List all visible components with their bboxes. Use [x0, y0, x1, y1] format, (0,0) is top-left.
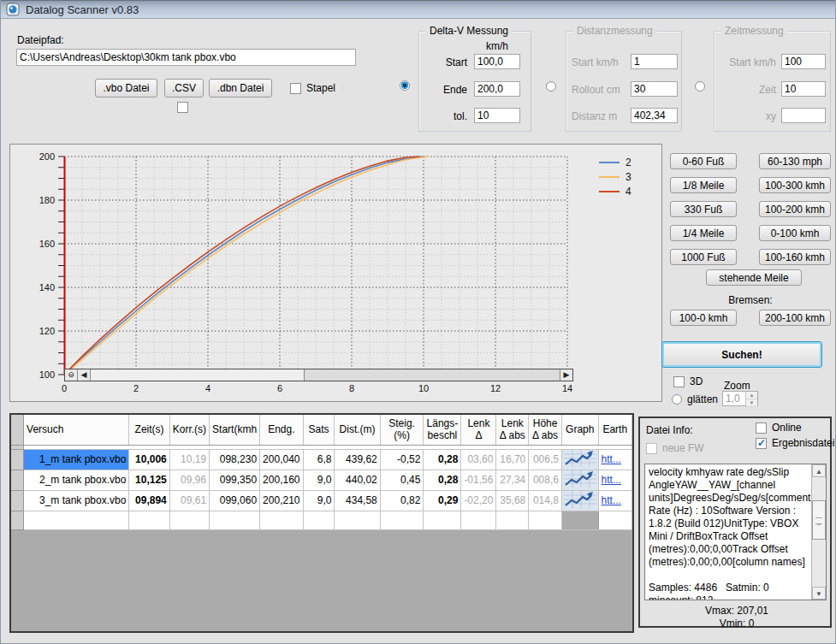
distanz-distanz-input[interactable] — [631, 108, 678, 123]
glaetten-radio[interactable] — [672, 394, 682, 405]
empty-cell[interactable] — [598, 511, 631, 529]
column-header-graph[interactable]: Graph — [561, 415, 598, 445]
ergebnisdatei-checkbox[interactable] — [756, 438, 767, 449]
cell-zeit[interactable]: 09,894 — [129, 490, 169, 511]
spinner-up-icon[interactable]: ▲ — [746, 392, 757, 399]
column-header-korr[interactable]: Korr.(s) — [169, 415, 209, 445]
column-header-lenk_abs[interactable]: Lenk Δ abs — [496, 415, 529, 445]
deltav-mode-radio[interactable] — [400, 80, 410, 91]
cell-versuch[interactable]: 2_m tank pbox.vbo — [24, 470, 129, 490]
cell-sats[interactable]: 9,0 — [303, 490, 335, 511]
three-d-checkbox[interactable] — [673, 376, 685, 387]
suchen-button[interactable]: Suchen! — [661, 341, 822, 368]
csv-button[interactable]: .CSV — [164, 79, 204, 97]
earth-link[interactable]: htt... — [598, 490, 631, 511]
row-header[interactable] — [11, 511, 24, 529]
cell-laengs[interactable]: 0,28 — [424, 470, 461, 490]
vbo-file-button[interactable]: .vbo Datei — [95, 79, 157, 97]
online-checkbox[interactable] — [756, 422, 767, 434]
zeit-zeit-input[interactable] — [781, 81, 826, 97]
deltav-tol-input[interactable] — [474, 108, 520, 123]
column-header-earth[interactable]: Earth — [598, 415, 631, 445]
cell-dist[interactable]: 440,02 — [335, 470, 380, 490]
column-header-start[interactable]: Start(kmh — [210, 415, 260, 445]
cell-laengs[interactable]: 0,28 — [424, 449, 461, 470]
empty-cell[interactable] — [529, 511, 562, 529]
zeit-xy-input[interactable] — [781, 108, 826, 123]
csv-option-checkbox[interactable] — [177, 102, 188, 113]
graph-icon[interactable] — [561, 490, 598, 511]
empty-cell[interactable] — [424, 511, 461, 529]
file-info-textbox[interactable]: velocity kmhyaw rate deg/sSlip AngleYAW_… — [644, 464, 827, 600]
scroll-down-icon[interactable]: ▼ — [812, 587, 826, 600]
cell-dist[interactable]: 434,58 — [335, 490, 380, 511]
cell-sats[interactable]: 6,8 — [303, 449, 335, 470]
file-info-scrollbar-thumb[interactable] — [812, 500, 826, 540]
distanz-mode-radio[interactable] — [546, 81, 556, 92]
cell-steig[interactable]: -0,52 — [380, 449, 424, 470]
earth-link-text[interactable]: htt... — [602, 453, 621, 465]
empty-cell[interactable] — [380, 511, 424, 529]
empty-cell[interactable] — [24, 511, 129, 529]
distanz-start-input[interactable] — [631, 54, 678, 69]
graph-icon[interactable] — [561, 449, 598, 470]
speed-button-100-300-kmh[interactable]: 100-300 kmh — [759, 177, 831, 193]
column-header-versuch[interactable]: Versuch — [24, 415, 129, 445]
cell-lenk_abs[interactable]: 35,68 — [496, 490, 529, 511]
cell-versuch[interactable]: 3_m tank pbox.vbo — [24, 490, 129, 511]
cell-hoehe_abs[interactable]: 014,8 — [529, 490, 562, 511]
cell-sats[interactable]: 9,0 — [303, 470, 335, 490]
row-header[interactable] — [11, 449, 24, 470]
cell-lenk[interactable]: -01,56 — [461, 470, 496, 490]
cell-steig[interactable]: 0,45 — [380, 470, 424, 490]
zeit-mode-radio[interactable] — [695, 81, 705, 92]
stapel-checkbox[interactable] — [290, 83, 301, 94]
chart-scrollbar-thumb[interactable] — [91, 369, 305, 381]
cell-zeit[interactable]: 10,006 — [129, 449, 169, 470]
earth-link[interactable]: htt... — [598, 470, 631, 490]
column-header-sats[interactable]: Sats — [303, 415, 335, 445]
column-header-lenk[interactable]: Lenk Δ — [461, 415, 496, 445]
deltav-ende-input[interactable] — [474, 81, 520, 97]
scroll-right-icon[interactable]: ▶ — [560, 369, 572, 381]
speed-button-100-160-kmh[interactable]: 100-160 kmh — [759, 249, 831, 265]
column-header-endg[interactable]: Endg. — [260, 415, 303, 445]
cell-endg[interactable]: 200,210 — [260, 490, 303, 511]
scroll-up-icon[interactable]: ▲ — [812, 464, 826, 477]
empty-cell[interactable] — [260, 511, 303, 529]
cell-lenk[interactable]: -02,20 — [461, 490, 496, 511]
cell-korr[interactable]: 09,96 — [169, 470, 209, 490]
cell-start[interactable]: 099,350 — [210, 470, 260, 490]
cell-lenk_abs[interactable]: 16,70 — [496, 449, 529, 470]
cell-versuch[interactable]: 1_m tank pbox.vbo — [24, 449, 129, 470]
cell-steig[interactable]: 0,82 — [380, 490, 424, 511]
cell-korr[interactable]: 09,61 — [169, 490, 209, 511]
column-header-zeit[interactable]: Zeit(s) — [129, 415, 169, 445]
row-header[interactable] — [11, 490, 24, 511]
zeit-start-input[interactable] — [781, 54, 826, 69]
deltav-start-input[interactable] — [474, 54, 520, 69]
empty-cell[interactable] — [210, 511, 260, 529]
graph-icon[interactable] — [561, 470, 598, 490]
scroll-left-icon[interactable]: ◀ — [78, 369, 91, 381]
cell-start[interactable]: 098,230 — [210, 449, 260, 470]
cell-dist[interactable]: 439,62 — [335, 449, 380, 470]
chart-scrollbar[interactable]: ⊖ ◀ ▶ — [64, 369, 573, 381]
speed-button-1-8-meile[interactable]: 1/8 Meile — [670, 177, 737, 193]
cell-lenk[interactable]: 03,60 — [461, 449, 496, 470]
file-info-scrollbar[interactable]: ▲ ▼ — [811, 464, 826, 600]
empty-cell[interactable] — [496, 511, 529, 529]
speed-button-200-100-kmh[interactable]: 200-100 kmh — [759, 310, 831, 326]
stehende-meile-button[interactable]: stehende Meile — [706, 269, 802, 286]
cell-hoehe_abs[interactable]: 008,6 — [529, 470, 562, 490]
empty-cell[interactable] — [561, 511, 598, 529]
earth-link-text[interactable]: htt... — [602, 474, 621, 486]
speed-button-330-fu-[interactable]: 330 Fuß — [670, 201, 737, 217]
row-header[interactable] — [11, 470, 24, 490]
speed-button-1-4-meile[interactable]: 1/4 Meile — [670, 225, 737, 241]
dbn-file-button[interactable]: .dbn Datei — [209, 79, 272, 97]
speed-button-0-60-fu-[interactable]: 0-60 Fuß — [670, 153, 737, 169]
empty-cell[interactable] — [303, 511, 335, 529]
distanz-rollout-input[interactable] — [631, 81, 678, 97]
empty-cell[interactable] — [169, 511, 209, 529]
